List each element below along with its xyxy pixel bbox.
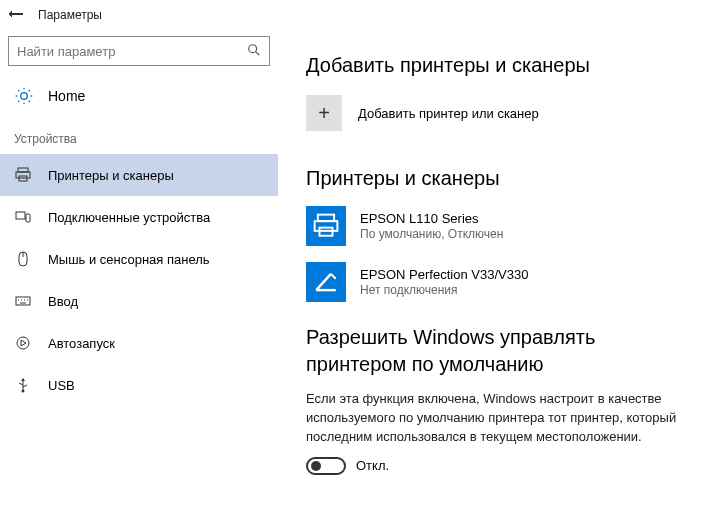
svg-rect-23: [315, 221, 338, 231]
sidebar-item-label: Принтеры и сканеры: [48, 168, 174, 183]
printer-icon: [14, 166, 32, 184]
content-pane: Добавить принтеры и сканеры + Добавить п…: [278, 30, 704, 510]
sidebar: Home Устройства Принтеры и сканеры Подкл…: [0, 30, 278, 510]
svg-marker-19: [21, 378, 25, 381]
sidebar-item-label: Мышь и сенсорная панель: [48, 252, 210, 267]
sidebar-item-mouse[interactable]: Мышь и сенсорная панель: [0, 238, 278, 280]
titlebar: 🠔 Параметры: [0, 0, 704, 30]
autoplay-icon: [14, 334, 32, 352]
mouse-icon: [14, 250, 32, 268]
device-name: EPSON Perfection V33/V330: [360, 267, 528, 282]
svg-rect-6: [26, 214, 30, 222]
svg-rect-5: [16, 212, 25, 219]
search-input[interactable]: [17, 44, 247, 59]
toggle-state-label: Откл.: [356, 458, 389, 473]
sidebar-item-usb[interactable]: USB: [0, 364, 278, 406]
back-arrow-icon[interactable]: 🠔: [8, 7, 24, 23]
sidebar-item-label: Ввод: [48, 294, 78, 309]
svg-line-27: [331, 274, 336, 279]
home-label: Home: [48, 88, 85, 104]
add-device-row[interactable]: + Добавить принтер или сканер: [306, 95, 680, 131]
svg-point-15: [17, 337, 29, 349]
sidebar-item-home[interactable]: Home: [0, 76, 278, 116]
sidebar-item-typing[interactable]: Ввод: [0, 280, 278, 322]
sidebar-item-label: Автозапуск: [48, 336, 115, 351]
manage-section-heading: Разрешить Windows управлять принтером по…: [306, 324, 680, 378]
gear-icon: [14, 86, 34, 106]
device-item-scanner[interactable]: EPSON Perfection V33/V330 Нет подключени…: [306, 262, 680, 302]
usb-icon: [14, 376, 32, 394]
svg-rect-9: [16, 297, 30, 305]
svg-rect-2: [18, 168, 28, 172]
default-printer-toggle[interactable]: [306, 457, 346, 475]
device-status: По умолчанию, Отключен: [360, 227, 503, 241]
keyboard-icon: [14, 292, 32, 310]
svg-line-26: [316, 274, 331, 290]
sidebar-item-autoplay[interactable]: Автозапуск: [0, 322, 278, 364]
window-title: Параметры: [38, 8, 102, 22]
svg-rect-3: [16, 172, 30, 178]
sidebar-item-label: USB: [48, 378, 75, 393]
sidebar-group-header: Устройства: [0, 116, 278, 154]
list-section-heading: Принтеры и сканеры: [306, 167, 680, 190]
svg-point-0: [249, 44, 257, 52]
printer-device-icon: [306, 206, 346, 246]
svg-line-20: [19, 383, 23, 385]
sidebar-item-printers[interactable]: Принтеры и сканеры: [0, 154, 278, 196]
sidebar-item-connected-devices[interactable]: Подключенные устройства: [0, 196, 278, 238]
svg-line-1: [256, 51, 260, 55]
devices-icon: [14, 208, 32, 226]
sidebar-item-label: Подключенные устройства: [48, 210, 210, 225]
svg-marker-16: [21, 340, 26, 346]
svg-rect-22: [318, 215, 334, 222]
manage-section-description: Если эта функция включена, Windows настр…: [306, 390, 680, 447]
device-item-printer[interactable]: EPSON L110 Series По умолчанию, Отключен: [306, 206, 680, 246]
plus-icon: +: [306, 95, 342, 131]
svg-line-21: [23, 385, 27, 387]
device-status: Нет подключения: [360, 283, 528, 297]
scanner-device-icon: [306, 262, 346, 302]
search-icon: [247, 43, 261, 60]
add-device-label: Добавить принтер или сканер: [358, 106, 539, 121]
device-name: EPSON L110 Series: [360, 211, 503, 226]
svg-point-18: [22, 390, 25, 393]
search-box[interactable]: [8, 36, 270, 66]
add-section-heading: Добавить принтеры и сканеры: [306, 54, 680, 77]
